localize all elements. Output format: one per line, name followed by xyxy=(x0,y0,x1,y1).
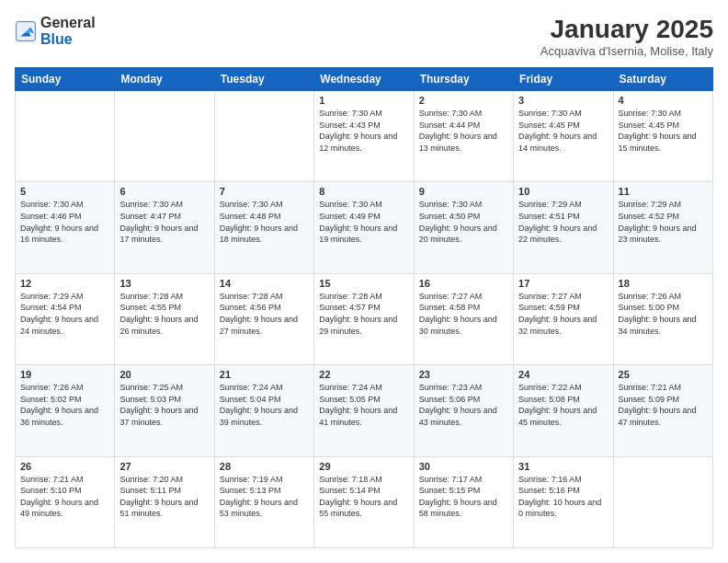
day-number: 13 xyxy=(119,278,209,289)
day-info: Sunrise: 7:27 AM Sunset: 4:58 PM Dayligh… xyxy=(419,291,508,337)
calendar-cell: 10Sunrise: 7:29 AM Sunset: 4:51 PM Dayli… xyxy=(514,182,613,273)
day-header-sunday: Sunday xyxy=(16,68,115,91)
day-number: 16 xyxy=(419,278,508,289)
day-header-tuesday: Tuesday xyxy=(214,68,313,91)
day-header-thursday: Thursday xyxy=(414,68,513,91)
logo: General Blue xyxy=(15,15,96,47)
calendar-cell: 8Sunrise: 7:30 AM Sunset: 4:49 PM Daylig… xyxy=(314,182,414,273)
calendar-cell xyxy=(115,91,214,182)
day-number: 23 xyxy=(419,369,508,380)
calendar-cell: 1Sunrise: 7:30 AM Sunset: 4:43 PM Daylig… xyxy=(314,91,414,182)
calendar-cell: 15Sunrise: 7:28 AM Sunset: 4:57 PM Dayli… xyxy=(314,273,414,364)
day-number: 3 xyxy=(518,95,608,106)
calendar-cell: 19Sunrise: 7:26 AM Sunset: 5:02 PM Dayli… xyxy=(16,365,115,456)
day-info: Sunrise: 7:30 AM Sunset: 4:43 PM Dayligh… xyxy=(319,108,408,154)
day-info: Sunrise: 7:30 AM Sunset: 4:45 PM Dayligh… xyxy=(619,108,708,154)
calendar-cell: 13Sunrise: 7:28 AM Sunset: 4:55 PM Dayli… xyxy=(115,273,214,364)
day-info: Sunrise: 7:29 AM Sunset: 4:52 PM Dayligh… xyxy=(619,199,708,245)
day-info: Sunrise: 7:30 AM Sunset: 4:50 PM Dayligh… xyxy=(419,199,508,245)
calendar-cell: 6Sunrise: 7:30 AM Sunset: 4:47 PM Daylig… xyxy=(115,182,214,273)
calendar-cell: 18Sunrise: 7:26 AM Sunset: 5:00 PM Dayli… xyxy=(613,273,712,364)
day-number: 15 xyxy=(319,278,408,289)
calendar-cell: 20Sunrise: 7:25 AM Sunset: 5:03 PM Dayli… xyxy=(115,365,214,456)
calendar-header-row: SundayMondayTuesdayWednesdayThursdayFrid… xyxy=(16,68,713,91)
day-info: Sunrise: 7:18 AM Sunset: 5:14 PM Dayligh… xyxy=(319,474,408,520)
day-number: 22 xyxy=(319,369,408,380)
day-number: 4 xyxy=(619,95,708,106)
calendar-cell: 22Sunrise: 7:24 AM Sunset: 5:05 PM Dayli… xyxy=(314,365,414,456)
day-number: 11 xyxy=(619,186,708,197)
calendar-cell: 7Sunrise: 7:30 AM Sunset: 4:48 PM Daylig… xyxy=(214,182,313,273)
day-number: 10 xyxy=(518,186,608,197)
day-number: 19 xyxy=(20,369,109,380)
day-info: Sunrise: 7:28 AM Sunset: 4:55 PM Dayligh… xyxy=(119,291,209,337)
day-info: Sunrise: 7:30 AM Sunset: 4:45 PM Dayligh… xyxy=(518,108,608,154)
day-header-wednesday: Wednesday xyxy=(314,68,414,91)
day-info: Sunrise: 7:24 AM Sunset: 5:04 PM Dayligh… xyxy=(220,382,309,428)
day-number: 31 xyxy=(518,461,608,472)
location: Acquaviva d'Isernia, Molise, Italy xyxy=(540,44,713,58)
calendar-cell: 14Sunrise: 7:28 AM Sunset: 4:56 PM Dayli… xyxy=(214,273,313,364)
day-number: 9 xyxy=(419,186,508,197)
logo-text: General Blue xyxy=(40,15,96,47)
day-number: 25 xyxy=(619,369,708,380)
week-row-4: 19Sunrise: 7:26 AM Sunset: 5:02 PM Dayli… xyxy=(16,365,713,456)
title-block: January 2025 Acquaviva d'Isernia, Molise… xyxy=(540,15,713,58)
month-title: January 2025 xyxy=(540,15,713,44)
day-info: Sunrise: 7:23 AM Sunset: 5:06 PM Dayligh… xyxy=(419,382,508,428)
day-info: Sunrise: 7:30 AM Sunset: 4:46 PM Dayligh… xyxy=(20,199,109,245)
calendar-cell: 17Sunrise: 7:27 AM Sunset: 4:59 PM Dayli… xyxy=(514,273,613,364)
calendar-cell: 24Sunrise: 7:22 AM Sunset: 5:08 PM Dayli… xyxy=(514,365,613,456)
day-number: 14 xyxy=(220,278,309,289)
calendar-cell: 27Sunrise: 7:20 AM Sunset: 5:11 PM Dayli… xyxy=(115,456,214,547)
day-info: Sunrise: 7:21 AM Sunset: 5:09 PM Dayligh… xyxy=(619,382,708,428)
day-header-friday: Friday xyxy=(514,68,613,91)
calendar-cell: 23Sunrise: 7:23 AM Sunset: 5:06 PM Dayli… xyxy=(414,365,513,456)
day-info: Sunrise: 7:28 AM Sunset: 4:56 PM Dayligh… xyxy=(220,291,309,337)
day-info: Sunrise: 7:28 AM Sunset: 4:57 PM Dayligh… xyxy=(319,291,408,337)
day-number: 24 xyxy=(518,369,608,380)
day-info: Sunrise: 7:24 AM Sunset: 5:05 PM Dayligh… xyxy=(319,382,408,428)
calendar-cell: 26Sunrise: 7:21 AM Sunset: 5:10 PM Dayli… xyxy=(16,456,115,547)
day-number: 1 xyxy=(319,95,408,106)
day-number: 8 xyxy=(319,186,408,197)
day-info: Sunrise: 7:26 AM Sunset: 5:00 PM Dayligh… xyxy=(619,291,708,337)
calendar-cell: 2Sunrise: 7:30 AM Sunset: 4:44 PM Daylig… xyxy=(414,91,513,182)
calendar-cell xyxy=(214,91,313,182)
day-info: Sunrise: 7:17 AM Sunset: 5:15 PM Dayligh… xyxy=(419,474,508,520)
day-info: Sunrise: 7:19 AM Sunset: 5:13 PM Dayligh… xyxy=(220,474,309,520)
day-info: Sunrise: 7:30 AM Sunset: 4:48 PM Dayligh… xyxy=(220,199,309,245)
calendar-cell: 16Sunrise: 7:27 AM Sunset: 4:58 PM Dayli… xyxy=(414,273,513,364)
day-info: Sunrise: 7:29 AM Sunset: 4:51 PM Dayligh… xyxy=(518,199,608,245)
calendar-cell xyxy=(16,91,115,182)
day-number: 5 xyxy=(20,186,109,197)
day-number: 21 xyxy=(220,369,309,380)
day-number: 18 xyxy=(619,278,708,289)
day-info: Sunrise: 7:16 AM Sunset: 5:16 PM Dayligh… xyxy=(518,474,608,520)
week-row-3: 12Sunrise: 7:29 AM Sunset: 4:54 PM Dayli… xyxy=(16,273,713,364)
day-number: 20 xyxy=(119,369,209,380)
week-row-1: 1Sunrise: 7:30 AM Sunset: 4:43 PM Daylig… xyxy=(16,91,713,182)
day-info: Sunrise: 7:25 AM Sunset: 5:03 PM Dayligh… xyxy=(119,382,209,428)
calendar-cell: 30Sunrise: 7:17 AM Sunset: 5:15 PM Dayli… xyxy=(414,456,513,547)
calendar-cell: 31Sunrise: 7:16 AM Sunset: 5:16 PM Dayli… xyxy=(514,456,613,547)
day-info: Sunrise: 7:27 AM Sunset: 4:59 PM Dayligh… xyxy=(518,291,608,337)
day-number: 26 xyxy=(20,461,109,472)
day-info: Sunrise: 7:26 AM Sunset: 5:02 PM Dayligh… xyxy=(20,382,109,428)
day-number: 29 xyxy=(319,461,408,472)
logo-icon xyxy=(15,20,37,42)
day-info: Sunrise: 7:21 AM Sunset: 5:10 PM Dayligh… xyxy=(20,474,109,520)
day-number: 2 xyxy=(419,95,508,106)
day-number: 7 xyxy=(220,186,309,197)
day-info: Sunrise: 7:20 AM Sunset: 5:11 PM Dayligh… xyxy=(119,474,209,520)
day-info: Sunrise: 7:30 AM Sunset: 4:44 PM Dayligh… xyxy=(419,108,508,154)
calendar-cell: 29Sunrise: 7:18 AM Sunset: 5:14 PM Dayli… xyxy=(314,456,414,547)
day-number: 28 xyxy=(220,461,309,472)
calendar-cell: 12Sunrise: 7:29 AM Sunset: 4:54 PM Dayli… xyxy=(16,273,115,364)
day-number: 6 xyxy=(119,186,209,197)
day-number: 27 xyxy=(119,461,209,472)
calendar-cell: 28Sunrise: 7:19 AM Sunset: 5:13 PM Dayli… xyxy=(214,456,313,547)
day-header-saturday: Saturday xyxy=(613,68,712,91)
day-number: 12 xyxy=(20,278,109,289)
day-header-monday: Monday xyxy=(115,68,214,91)
